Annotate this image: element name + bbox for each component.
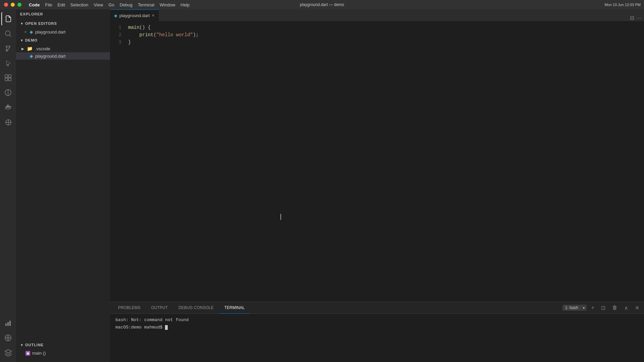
tab-close-button[interactable]: ✕ — [152, 13, 155, 18]
open-editor-filename: playground.dart — [35, 29, 65, 35]
main-area: ◈ playground.dart ✕ ⊟ ··· 1 2 3 main() {… — [110, 9, 644, 362]
tab-playground-dart[interactable]: ◈ playground.dart ✕ — [110, 9, 159, 21]
problems-tab[interactable]: PROBLEMS — [113, 302, 146, 314]
outline-header[interactable]: ▼ OUTLINE — [16, 340, 110, 350]
svg-point-0 — [5, 31, 10, 36]
terminal-tab[interactable]: TERMINAL — [219, 302, 250, 314]
close-button[interactable] — [4, 3, 8, 7]
editor-empty-area[interactable] — [110, 162, 644, 302]
source-control-activity-icon[interactable] — [1, 42, 15, 55]
more-actions-button[interactable]: ··· — [637, 15, 641, 21]
terminal-area: PROBLEMS OUTPUT DEBUG CONSOLE TERMINAL 1… — [110, 302, 644, 362]
close-panel-button[interactable]: ✕ — [633, 304, 641, 312]
menu-edit[interactable]: Edit — [55, 2, 67, 7]
split-editor-button[interactable]: ⊟ — [630, 15, 634, 21]
terminal-tab-label: TERMINAL — [224, 305, 245, 310]
code-line-2: print("hello world"); — [128, 31, 644, 39]
menu-file[interactable]: File — [43, 2, 54, 7]
close-file-icon[interactable]: ✕ — [24, 30, 27, 34]
remote-activity-icon[interactable] — [1, 115, 15, 129]
output-tab[interactable]: OUTPUT — [146, 302, 173, 314]
search-activity-icon[interactable] — [1, 27, 15, 40]
maximize-button[interactable] — [17, 3, 21, 7]
terminal-cursor — [165, 325, 168, 330]
svg-rect-9 — [8, 75, 11, 77]
menu-help[interactable]: Help — [178, 2, 192, 7]
menu-go[interactable]: Go — [106, 2, 116, 7]
open-editors-header[interactable]: ▼ OPEN EDITORS — [16, 19, 110, 28]
terminal-line-2: macOS:demo mahmud$ — [115, 324, 639, 331]
explorer-activity-icon[interactable] — [1, 12, 15, 25]
split-terminal-button[interactable]: ⊡ — [599, 304, 607, 312]
vscode-expand-arrow: ▶ — [21, 47, 25, 51]
outline-label: OUTLINE — [25, 343, 44, 347]
subscription-activity-icon[interactable] — [1, 346, 15, 359]
open-editor-playground-dart[interactable]: ✕ ◈ playground.dart — [16, 28, 110, 36]
svg-point-22 — [7, 337, 9, 339]
menu-window[interactable]: Window — [158, 2, 177, 7]
line-numbers: 1 2 3 — [110, 21, 127, 162]
titlebar-right: Mon 10 Jun 12:03 PM — [604, 3, 641, 7]
line-number-1: 1 — [113, 24, 121, 31]
svg-marker-5 — [6, 61, 10, 65]
demo-label: DEMO — [25, 38, 38, 42]
demo-playground-dart[interactable]: ◈ playground.dart — [16, 52, 110, 60]
tabs-bar: ◈ playground.dart ✕ ⊟ ··· — [110, 9, 644, 21]
folder-icon: 📁 — [27, 46, 33, 51]
svg-rect-19 — [7, 322, 9, 326]
shell-selector-wrap[interactable]: 1: bash — [562, 305, 587, 311]
analytics-activity-icon[interactable] — [1, 316, 15, 330]
run-debug-activity-icon[interactable] — [1, 56, 15, 70]
docker-activity-icon[interactable] — [1, 101, 15, 114]
code-content[interactable]: main() { print("hello world"); } — [127, 21, 644, 162]
window-controls[interactable] — [4, 3, 21, 7]
extensions-activity-icon[interactable] — [1, 71, 15, 84]
terminal-line-1: bash: Not: command not found — [115, 316, 639, 324]
explorer-header[interactable]: EXPLORER — [16, 9, 110, 19]
minimize-button[interactable] — [11, 3, 15, 7]
vscode-folder-item[interactable]: ▶ 📁 .vscode — [16, 45, 110, 52]
menu-debug[interactable]: Debug — [118, 2, 135, 7]
svg-point-6 — [7, 65, 9, 66]
svg-rect-8 — [5, 75, 8, 77]
code-editor[interactable]: 1 2 3 main() { print("hello world"); } — [110, 21, 644, 162]
terminal-content[interactable]: bash: Not: command not found macOS:demo … — [110, 314, 644, 362]
problems-tab-label: PROBLEMS — [118, 305, 141, 310]
open-editors-arrow: ▼ — [20, 22, 24, 25]
menu-view[interactable]: View — [92, 2, 105, 7]
sidebar: EXPLORER ▼ OPEN EDITORS ✕ ◈ playground.d… — [16, 9, 110, 362]
line-number-2: 2 — [113, 31, 121, 39]
terminal-tabs-bar: PROBLEMS OUTPUT DEBUG CONSOLE TERMINAL 1… — [110, 302, 644, 314]
svg-point-4 — [6, 46, 7, 47]
debug-console-tab[interactable]: DEBUG CONSOLE — [173, 302, 219, 314]
demo-arrow: ▼ — [20, 39, 24, 42]
mac-menu: Code File Edit Selection View Go Debug T… — [27, 2, 192, 7]
new-terminal-button[interactable]: + — [589, 304, 596, 311]
outline-main-label: main () — [32, 351, 46, 356]
svg-rect-18 — [5, 323, 7, 326]
dart-activity-icon[interactable] — [1, 86, 15, 99]
menu-terminal[interactable]: Terminal — [136, 2, 156, 7]
terminal-tab-actions: 1: bash + ⊡ 🗑 ∧ ✕ — [562, 304, 641, 312]
activity-bar — [0, 9, 16, 362]
tab-filename: playground.dart — [119, 13, 150, 18]
dart-file-icon: ◈ — [30, 29, 33, 35]
open-editors-label: OPEN EDITORS — [25, 21, 57, 25]
dart-icon: ◈ — [30, 53, 33, 59]
shell-selector[interactable]: 1: bash — [562, 305, 587, 311]
debug-console-tab-label: DEBUG CONSOLE — [178, 305, 214, 310]
titlebar: Code File Edit Selection View Go Debug T… — [0, 0, 644, 9]
helm-activity-icon[interactable] — [1, 331, 15, 345]
outline-arrow: ▼ — [20, 343, 24, 347]
svg-rect-17 — [7, 105, 8, 106]
tab-actions: ⊟ ··· — [627, 15, 644, 21]
vscode-folder-label: .vscode — [35, 46, 50, 51]
outline-main-item[interactable]: ▣ main () — [16, 350, 110, 357]
code-line-3: } — [128, 39, 644, 46]
menu-selection[interactable]: Selection — [68, 2, 90, 7]
maximize-panel-button[interactable]: ∧ — [622, 304, 630, 312]
svg-rect-11 — [8, 78, 11, 81]
demo-folder-header[interactable]: ▼ DEMO — [16, 36, 110, 45]
menu-code[interactable]: Code — [27, 2, 42, 7]
kill-terminal-button[interactable]: 🗑 — [610, 304, 620, 311]
